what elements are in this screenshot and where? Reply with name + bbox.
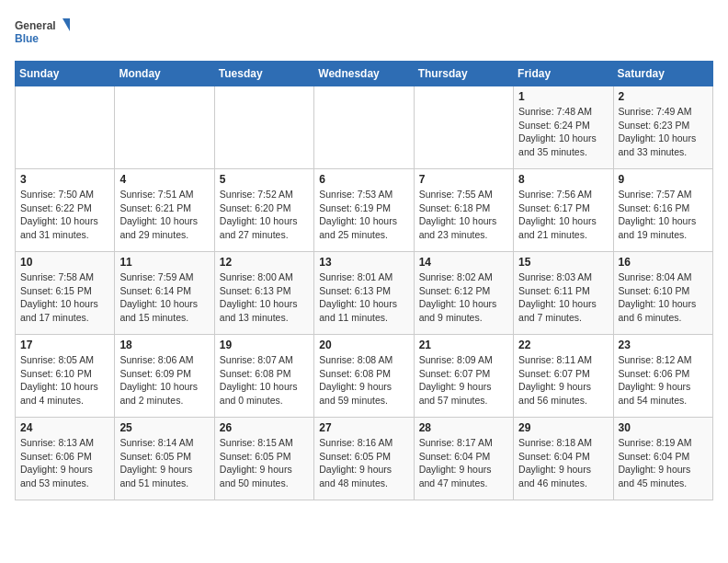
day-info: Sunrise: 8:03 AMSunset: 6:11 PMDaylight:… — [518, 270, 608, 325]
calendar-cell: 21Sunrise: 8:09 AMSunset: 6:07 PMDayligh… — [414, 335, 513, 418]
day-info: Sunrise: 7:55 AMSunset: 6:18 PMDaylight:… — [419, 188, 508, 242]
calendar-week-row: 3Sunrise: 7:50 AMSunset: 6:22 PMDaylight… — [16, 169, 713, 252]
day-number: 14 — [419, 256, 508, 269]
day-info: Sunrise: 8:06 AMSunset: 6:09 PMDaylight:… — [119, 353, 209, 408]
day-number: 30 — [619, 421, 708, 434]
day-info: Sunrise: 7:57 AMSunset: 6:16 PMDaylight:… — [619, 188, 708, 242]
day-number: 24 — [20, 421, 109, 434]
day-info: Sunrise: 8:04 AMSunset: 6:10 PMDaylight:… — [619, 270, 708, 325]
day-info: Sunrise: 7:53 AMSunset: 6:19 PMDaylight:… — [319, 188, 408, 242]
day-info: Sunrise: 7:51 AMSunset: 6:21 PMDaylight:… — [119, 188, 209, 242]
calendar-cell: 3Sunrise: 7:50 AMSunset: 6:22 PMDaylight… — [16, 169, 115, 252]
calendar-cell: 19Sunrise: 8:07 AMSunset: 6:08 PMDayligh… — [214, 335, 313, 418]
weekday-header: Wednesday — [314, 62, 414, 86]
calendar-cell: 2Sunrise: 7:49 AMSunset: 6:23 PMDaylight… — [613, 86, 712, 169]
day-number: 28 — [419, 421, 508, 434]
day-info: Sunrise: 8:01 AMSunset: 6:13 PMDaylight:… — [319, 270, 408, 325]
calendar-cell: 12Sunrise: 8:00 AMSunset: 6:13 PMDayligh… — [214, 252, 313, 335]
calendar-cell: 8Sunrise: 7:56 AMSunset: 6:17 PMDaylight… — [514, 169, 613, 252]
weekday-header: Monday — [115, 62, 214, 86]
calendar-cell: 13Sunrise: 8:01 AMSunset: 6:13 PMDayligh… — [314, 252, 414, 335]
calendar-cell: 10Sunrise: 7:58 AMSunset: 6:15 PMDayligh… — [16, 252, 115, 335]
calendar-cell: 29Sunrise: 8:18 AMSunset: 6:04 PMDayligh… — [514, 418, 613, 500]
calendar-cell: 25Sunrise: 8:14 AMSunset: 6:05 PMDayligh… — [115, 418, 214, 500]
day-number: 18 — [119, 339, 209, 351]
calendar-cell: 11Sunrise: 7:59 AMSunset: 6:14 PMDayligh… — [115, 252, 214, 335]
day-info: Sunrise: 8:08 AMSunset: 6:08 PMDaylight:… — [319, 353, 408, 408]
svg-text:Blue: Blue — [15, 32, 39, 45]
weekday-header: Saturday — [613, 62, 712, 86]
day-info: Sunrise: 7:49 AMSunset: 6:23 PMDaylight:… — [619, 105, 708, 159]
calendar-cell — [214, 86, 313, 169]
weekday-header-row: SundayMondayTuesdayWednesdayThursdayFrid… — [16, 62, 713, 86]
calendar-table: SundayMondayTuesdayWednesdayThursdayFrid… — [15, 61, 713, 500]
day-info: Sunrise: 8:11 AMSunset: 6:07 PMDaylight:… — [518, 353, 608, 408]
day-number: 9 — [619, 173, 708, 186]
day-number: 22 — [518, 339, 608, 351]
day-number: 10 — [20, 256, 109, 269]
calendar-cell — [115, 86, 214, 169]
day-info: Sunrise: 8:02 AMSunset: 6:12 PMDaylight:… — [419, 270, 508, 325]
day-number: 13 — [319, 256, 408, 269]
calendar-cell: 1Sunrise: 7:48 AMSunset: 6:24 PMDaylight… — [514, 86, 613, 169]
calendar-cell: 22Sunrise: 8:11 AMSunset: 6:07 PMDayligh… — [514, 335, 613, 418]
page-header: General Blue — [15, 15, 713, 52]
calendar-cell: 16Sunrise: 8:04 AMSunset: 6:10 PMDayligh… — [613, 252, 712, 335]
calendar-cell: 27Sunrise: 8:16 AMSunset: 6:05 PMDayligh… — [314, 418, 414, 500]
calendar-cell: 15Sunrise: 8:03 AMSunset: 6:11 PMDayligh… — [514, 252, 613, 335]
day-number: 3 — [20, 173, 109, 186]
calendar-week-row: 1Sunrise: 7:48 AMSunset: 6:24 PMDaylight… — [16, 86, 713, 169]
day-number: 27 — [319, 421, 408, 434]
day-number: 5 — [220, 173, 309, 186]
weekday-header: Friday — [514, 62, 613, 86]
day-number: 8 — [518, 173, 608, 186]
calendar-cell: 18Sunrise: 8:06 AMSunset: 6:09 PMDayligh… — [115, 335, 214, 418]
day-number: 16 — [619, 256, 708, 269]
calendar-week-row: 24Sunrise: 8:13 AMSunset: 6:06 PMDayligh… — [16, 418, 713, 500]
calendar-cell: 17Sunrise: 8:05 AMSunset: 6:10 PMDayligh… — [16, 335, 115, 418]
svg-marker-2 — [63, 18, 70, 31]
day-info: Sunrise: 7:56 AMSunset: 6:17 PMDaylight:… — [518, 188, 608, 242]
calendar-cell — [414, 86, 513, 169]
calendar-cell: 20Sunrise: 8:08 AMSunset: 6:08 PMDayligh… — [314, 335, 414, 418]
day-info: Sunrise: 7:52 AMSunset: 6:20 PMDaylight:… — [220, 188, 309, 242]
day-number: 20 — [319, 339, 408, 351]
day-number: 29 — [518, 421, 608, 434]
day-info: Sunrise: 8:18 AMSunset: 6:04 PMDaylight:… — [518, 436, 608, 490]
day-number: 26 — [220, 421, 309, 434]
day-info: Sunrise: 8:15 AMSunset: 6:05 PMDaylight:… — [220, 436, 309, 490]
weekday-header: Thursday — [414, 62, 513, 86]
day-number: 7 — [419, 173, 508, 186]
weekday-header: Sunday — [16, 62, 115, 86]
day-info: Sunrise: 8:19 AMSunset: 6:04 PMDaylight:… — [619, 436, 708, 490]
day-number: 25 — [119, 421, 209, 434]
calendar-cell: 28Sunrise: 8:17 AMSunset: 6:04 PMDayligh… — [414, 418, 513, 500]
calendar-cell — [16, 86, 115, 169]
calendar-cell: 24Sunrise: 8:13 AMSunset: 6:06 PMDayligh… — [16, 418, 115, 500]
weekday-header: Tuesday — [214, 62, 313, 86]
day-info: Sunrise: 7:58 AMSunset: 6:15 PMDaylight:… — [20, 270, 109, 325]
day-info: Sunrise: 8:07 AMSunset: 6:08 PMDaylight:… — [220, 353, 309, 408]
day-info: Sunrise: 8:12 AMSunset: 6:06 PMDaylight:… — [619, 353, 708, 408]
calendar-week-row: 17Sunrise: 8:05 AMSunset: 6:10 PMDayligh… — [16, 335, 713, 418]
day-number: 6 — [319, 173, 408, 186]
day-info: Sunrise: 8:16 AMSunset: 6:05 PMDaylight:… — [319, 436, 408, 490]
day-number: 4 — [119, 173, 209, 186]
calendar-cell: 9Sunrise: 7:57 AMSunset: 6:16 PMDaylight… — [613, 169, 712, 252]
calendar-cell: 23Sunrise: 8:12 AMSunset: 6:06 PMDayligh… — [613, 335, 712, 418]
calendar-cell: 26Sunrise: 8:15 AMSunset: 6:05 PMDayligh… — [214, 418, 313, 500]
day-number: 11 — [119, 256, 209, 269]
calendar-cell: 14Sunrise: 8:02 AMSunset: 6:12 PMDayligh… — [414, 252, 513, 335]
day-number: 17 — [20, 339, 109, 351]
day-info: Sunrise: 8:13 AMSunset: 6:06 PMDaylight:… — [20, 436, 109, 490]
day-info: Sunrise: 8:00 AMSunset: 6:13 PMDaylight:… — [220, 270, 309, 325]
day-info: Sunrise: 8:14 AMSunset: 6:05 PMDaylight:… — [119, 436, 209, 490]
calendar-week-row: 10Sunrise: 7:58 AMSunset: 6:15 PMDayligh… — [16, 252, 713, 335]
calendar-cell: 6Sunrise: 7:53 AMSunset: 6:19 PMDaylight… — [314, 169, 414, 252]
calendar-cell: 5Sunrise: 7:52 AMSunset: 6:20 PMDaylight… — [214, 169, 313, 252]
calendar-cell — [314, 86, 414, 169]
day-info: Sunrise: 8:09 AMSunset: 6:07 PMDaylight:… — [419, 353, 508, 408]
svg-text:General: General — [15, 19, 56, 32]
day-info: Sunrise: 8:17 AMSunset: 6:04 PMDaylight:… — [419, 436, 508, 490]
day-number: 2 — [619, 90, 708, 103]
